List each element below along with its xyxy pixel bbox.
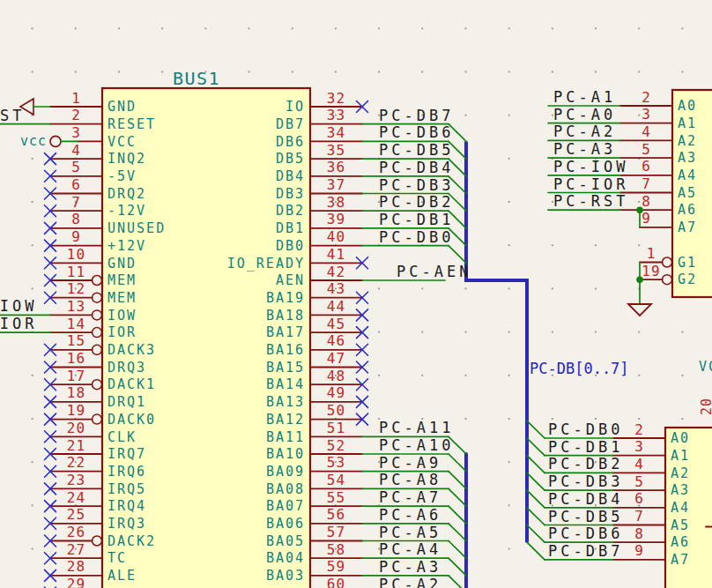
pin-name[interactable]: A0: [671, 430, 690, 446]
pin-number[interactable]: 5: [634, 473, 644, 490]
net-label[interactable]: PC-DB5: [379, 141, 454, 159]
pin-name[interactable]: A5: [678, 185, 697, 201]
net-label[interactable]: PC-DB1: [548, 438, 623, 456]
pin-number[interactable]: 19: [67, 402, 85, 419]
net-label[interactable]: PC-DB7: [379, 107, 454, 124]
pin-number[interactable]: 55: [327, 489, 345, 506]
pin-name[interactable]: IRQ5: [108, 481, 146, 497]
pin-number[interactable]: 1: [71, 90, 81, 107]
pin-name[interactable]: DB3: [276, 186, 305, 202]
pin-name[interactable]: DB4: [276, 168, 305, 184]
pin-name[interactable]: IOR: [108, 324, 137, 340]
pin-number[interactable]: 3: [71, 124, 81, 141]
net-label[interactable]: PC-DB4: [379, 159, 454, 176]
net-label[interactable]: PC-DB4: [548, 490, 623, 508]
net-label[interactable]: PC-A3: [553, 140, 616, 158]
pin-name[interactable]: A7: [678, 220, 697, 235]
pin-number[interactable]: 8: [642, 193, 651, 210]
net-label[interactable]: PC-A0: [553, 106, 616, 123]
pin-number[interactable]: 5: [642, 141, 651, 158]
pin-name[interactable]: INQ2: [108, 151, 146, 167]
pin-name[interactable]: MEM: [108, 290, 137, 306]
bus-entry[interactable]: [527, 473, 545, 490]
pin-number[interactable]: 2: [71, 107, 81, 123]
pin-number[interactable]: 4: [71, 142, 81, 159]
bus-entry[interactable]: [527, 421, 545, 438]
pin-name[interactable]: BA08: [266, 481, 305, 497]
pin-name[interactable]: BA06: [266, 516, 305, 532]
pin-name[interactable]: DRQ2: [108, 186, 146, 202]
pin-name[interactable]: A2: [678, 133, 697, 149]
pin-name[interactable]: IRQ7: [108, 446, 146, 462]
pin-number[interactable]: 6: [642, 158, 651, 175]
pin-name[interactable]: A6: [678, 202, 697, 218]
pin-name[interactable]: A4: [678, 167, 697, 183]
pin-name[interactable]: BA03: [266, 568, 305, 584]
pin-name[interactable]: DB1: [276, 220, 305, 236]
net-label[interactable]: PC-A9: [379, 454, 441, 472]
pin-number[interactable]: 37: [327, 176, 345, 193]
pin-number[interactable]: 6: [634, 490, 644, 507]
pin-number[interactable]: 35: [327, 142, 345, 159]
net-label[interactable]: PC-DB7: [548, 542, 623, 560]
pin-number[interactable]: 9: [71, 228, 81, 245]
pin-name[interactable]: DACK1: [108, 376, 156, 392]
pin-number[interactable]: 39: [327, 211, 345, 227]
net-label[interactable]: PC-A10: [379, 436, 454, 454]
bus-entry[interactable]: [449, 488, 466, 506]
power-port-text[interactable]: vcc: [20, 133, 47, 149]
pin-name[interactable]: IO_READY: [227, 256, 305, 272]
pin-name[interactable]: ALE: [108, 568, 137, 584]
pin-number[interactable]: 22: [67, 454, 85, 471]
bus-entry[interactable]: [449, 576, 466, 588]
pin-number[interactable]: 19: [642, 263, 660, 279]
bus-entry[interactable]: [449, 541, 466, 559]
net-label[interactable]: PC-IOW: [0, 297, 37, 315]
rotated-pin-number[interactable]: 20: [699, 398, 712, 415]
pin-invert-bubble[interactable]: [93, 414, 102, 424]
pin-number[interactable]: 59: [327, 558, 345, 575]
pin-number[interactable]: 25: [67, 506, 85, 523]
pin-name[interactable]: BA10: [266, 446, 305, 462]
pin-name[interactable]: BA04: [266, 550, 305, 566]
pin-name[interactable]: DB6: [276, 134, 305, 150]
net-label[interactable]: PC-A1: [553, 88, 616, 106]
pin-number[interactable]: 7: [71, 194, 81, 211]
pin-name[interactable]: -12V: [108, 203, 146, 219]
pin-invert-bubble[interactable]: [663, 257, 672, 267]
pin-name[interactable]: AEN: [276, 272, 305, 288]
net-label[interactable]: PC-DB0: [379, 228, 454, 246]
pin-number[interactable]: 53: [327, 454, 345, 471]
pin-number[interactable]: 15: [67, 332, 85, 349]
pin-number[interactable]: 3: [642, 106, 651, 123]
ground-symbol[interactable]: [628, 304, 651, 316]
net-label[interactable]: PC-IOR: [0, 315, 37, 332]
pin-name[interactable]: -5V: [108, 168, 137, 184]
pin-name[interactable]: G1: [678, 255, 697, 271]
pin-name[interactable]: DACK2: [108, 533, 156, 549]
pin-number[interactable]: 54: [327, 472, 345, 488]
pin-number[interactable]: 52: [327, 437, 345, 454]
pin-number[interactable]: 14: [67, 316, 85, 332]
pin-name[interactable]: VCC: [108, 134, 137, 150]
bus-entry[interactable]: [527, 542, 545, 560]
pin-name[interactable]: DB0: [276, 238, 305, 254]
pin-name[interactable]: A4: [671, 500, 690, 516]
wire-junction[interactable]: [636, 206, 643, 213]
pin-name[interactable]: IO: [286, 99, 305, 115]
bus-entry[interactable]: [527, 508, 545, 525]
pin-number[interactable]: 2: [634, 421, 644, 438]
net-label[interactable]: PC-AEN: [397, 263, 471, 280]
pin-number[interactable]: 23: [67, 472, 85, 488]
pin-number[interactable]: 44: [327, 298, 345, 315]
bus-entry[interactable]: [527, 525, 545, 543]
net-label[interactable]: PC-DB5: [548, 508, 623, 525]
bus-entry[interactable]: [527, 438, 545, 456]
net-label[interactable]: PC-A2: [379, 576, 441, 588]
pin-number[interactable]: 10: [67, 246, 85, 263]
pin-number[interactable]: 48: [327, 368, 345, 384]
pin-invert-bubble[interactable]: [93, 328, 102, 338]
net-label[interactable]: PC-A5: [379, 524, 441, 541]
pin-number[interactable]: 47: [327, 350, 345, 367]
pin-number[interactable]: 6: [71, 176, 81, 193]
